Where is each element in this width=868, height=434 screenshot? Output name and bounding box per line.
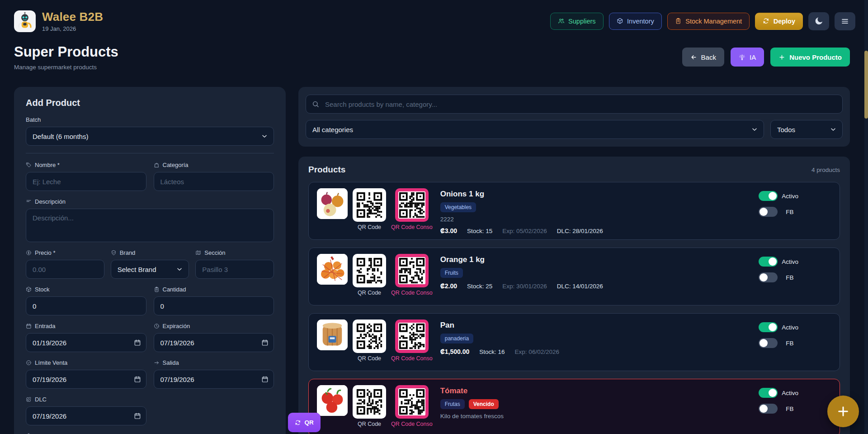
fb-toggle[interactable] — [759, 207, 778, 217]
dlc-label: DLC — [35, 396, 47, 403]
fb-label: FB — [786, 274, 793, 281]
brand-logo — [14, 10, 36, 32]
product-image — [317, 320, 348, 350]
cantidad-label: Cantidad — [163, 286, 186, 293]
plus-icon — [836, 404, 850, 419]
calendar-icon[interactable] — [134, 376, 141, 383]
calendar-icon[interactable] — [261, 339, 269, 346]
limite-venta-label: Límite Venta — [35, 359, 67, 366]
product-image — [317, 188, 348, 219]
scrollbar-thumb[interactable] — [864, 51, 868, 119]
arrow-left-icon — [690, 54, 697, 61]
stock-label: Stock — [35, 286, 50, 293]
active-toggle[interactable] — [759, 191, 778, 201]
ia-button[interactable]: IA — [731, 48, 764, 67]
product-expiry: Exp: 05/02/2026 — [502, 228, 547, 234]
entrada-date-input[interactable] — [26, 333, 146, 352]
page-subtitle: Manage supermarket products — [14, 64, 118, 71]
arrow-right-icon — [154, 360, 160, 366]
seccion-input[interactable] — [195, 260, 274, 279]
add-product-panel: Add Product Batch Default (6 months) Nom… — [14, 87, 286, 434]
active-label: Activo — [782, 258, 798, 265]
category-badge: Vegetables — [440, 202, 476, 212]
new-product-button[interactable]: Nuevo Producto — [770, 48, 850, 67]
product-price: ₡1,500.00 — [440, 348, 470, 355]
active-toggle[interactable] — [759, 322, 778, 332]
category-badge: Frutas — [440, 399, 465, 409]
clipboard-icon — [154, 286, 160, 292]
active-toggle[interactable] — [759, 388, 778, 398]
cantidad-input[interactable] — [154, 296, 274, 315]
limite-venta-date-input[interactable] — [26, 370, 146, 389]
suppliers-button[interactable]: Suppliers — [550, 13, 604, 30]
salida-date-input[interactable] — [154, 370, 274, 389]
brand-select[interactable]: Select Brand — [111, 260, 189, 279]
product-description: Kilo de tomates frescos — [440, 413, 504, 420]
qr-code-image — [353, 385, 386, 419]
product-expiry: Exp: 06/02/2026 — [515, 348, 559, 355]
fb-toggle[interactable] — [759, 404, 778, 414]
product-price: ₡3.00 — [440, 227, 457, 234]
product-stock: Stock: 25 — [467, 283, 492, 290]
deploy-button[interactable]: Deploy — [755, 13, 803, 30]
qr-code-label: QR Code — [358, 355, 381, 362]
batch-select[interactable]: Default (6 months) — [26, 127, 274, 146]
active-label: Activo — [782, 390, 798, 396]
product-stock: Stock: 16 — [479, 348, 505, 355]
search-icon — [312, 100, 319, 108]
fb-toggle[interactable] — [759, 338, 778, 348]
products-title: Products — [308, 165, 345, 175]
products-panel: Products 4 products QR Code QR Code Cons… — [298, 157, 850, 434]
active-label: Activo — [782, 193, 798, 200]
refresh-icon — [763, 18, 769, 24]
app-header: Walee B2B 19 Jan, 2026 Suppliers Invento… — [0, 0, 868, 32]
menu-button[interactable] — [835, 12, 855, 30]
add-floating-button[interactable] — [827, 396, 859, 427]
inventory-button[interactable]: Inventory — [609, 13, 662, 30]
descripcion-textarea[interactable] — [26, 209, 274, 242]
theme-toggle-button[interactable] — [808, 12, 829, 30]
product-name: Onions 1 kg — [440, 190, 603, 199]
status-filter-select[interactable]: Todos — [770, 120, 843, 139]
product-card: QR Code QR Code Conso Pan panaderia ₡1,5… — [308, 313, 840, 371]
product-name: Tómate — [440, 386, 504, 396]
page-header: Super Products Manage supermarket produc… — [0, 32, 868, 71]
stock-management-button[interactable]: Stock Management — [667, 13, 750, 30]
map-icon — [195, 250, 201, 256]
qr-code-conso-image — [395, 254, 429, 287]
divider — [26, 153, 274, 153]
text-lines-icon — [26, 199, 32, 205]
qr-code-image — [353, 188, 386, 222]
product-card: QR Code QR Code Conso Tómate Frutas Venc… — [308, 379, 840, 434]
calendar-icon[interactable] — [261, 376, 269, 383]
calendar-icon[interactable] — [134, 412, 141, 420]
expiracion-date-input[interactable] — [154, 333, 274, 352]
qr-code-image — [353, 320, 386, 353]
precio-input[interactable] — [26, 260, 104, 279]
back-label: Back — [701, 53, 716, 61]
calendar-icon[interactable] — [134, 339, 141, 346]
stock-input[interactable] — [26, 296, 146, 315]
qr-code-conso-label: QR Code Conso — [391, 290, 433, 296]
plus-icon — [778, 54, 785, 61]
active-label: Activo — [782, 324, 798, 331]
product-image — [317, 385, 348, 416]
fb-toggle[interactable] — [759, 272, 778, 282]
active-toggle[interactable] — [759, 257, 778, 267]
back-button[interactable]: Back — [682, 48, 724, 67]
category-filter-select[interactable]: All categories — [306, 120, 764, 139]
salida-label: Salida — [163, 359, 179, 366]
nombre-input[interactable] — [26, 172, 146, 191]
qr-floating-label: QR — [305, 419, 314, 426]
search-input[interactable] — [306, 95, 843, 114]
page-title: Super Products — [14, 44, 118, 60]
qr-floating-button[interactable]: QR — [288, 413, 321, 432]
product-expiry: Exp: 30/01/2026 — [502, 283, 547, 290]
moon-icon — [814, 16, 824, 26]
dlc-date-input[interactable] — [26, 406, 146, 425]
suppliers-label: Suppliers — [568, 18, 595, 25]
check-circle-icon — [26, 360, 32, 366]
categoria-input[interactable] — [154, 172, 274, 191]
qr-code-conso-image — [395, 320, 429, 353]
inventory-label: Inventory — [627, 18, 654, 25]
